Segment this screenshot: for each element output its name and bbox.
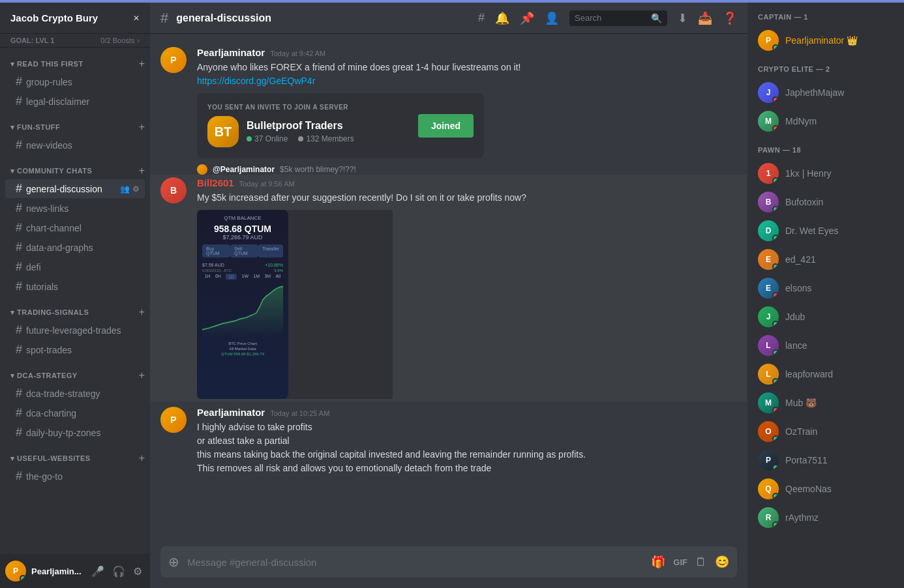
time-1w[interactable]: 1W	[242, 274, 249, 280]
microphone-button[interactable]: 🎤	[89, 563, 107, 580]
time-3m[interactable]: 3M	[264, 274, 271, 280]
avatar: J	[758, 306, 779, 327]
channel-item-general-discussion[interactable]: # general-discussion 👥 ⚙	[5, 179, 145, 198]
member-item[interactable]: O OzTrain	[753, 417, 899, 446]
add-channel-icon[interactable]: +	[139, 58, 145, 70]
channel-item-spot-trades[interactable]: # spot-trades	[5, 340, 145, 359]
time-1h[interactable]: 1H	[205, 274, 211, 280]
member-item[interactable]: L lance	[753, 331, 899, 360]
category-header[interactable]: ▾ READ THIS FIRST +	[0, 58, 150, 70]
headset-button[interactable]: 🎧	[110, 563, 128, 580]
channel-name: general-discussion	[26, 184, 116, 194]
member-name: lance	[785, 340, 807, 351]
member-item[interactable]: 1 1kx | Henry	[753, 159, 899, 188]
time-1d[interactable]: 1D	[226, 274, 237, 280]
messages-area: P Pearljaminator Today at 9:42 AM Anyone…	[150, 34, 747, 546]
boost-count: 0/2 Boosts ›	[100, 37, 140, 44]
add-channel-icon[interactable]: +	[139, 370, 145, 381]
hash-icon: #	[16, 426, 22, 439]
channel-name: the-go-to	[26, 471, 140, 482]
channel-item-future-leveraged-trades[interactable]: # future-leveraged-trades	[5, 321, 145, 340]
gif-icon[interactable]: GIF	[673, 557, 687, 567]
category-header[interactable]: ▾ FUN-STUFF +	[0, 121, 150, 133]
avatar: B	[758, 192, 779, 213]
avatar: L	[758, 364, 779, 385]
member-name: Bufotoxin	[785, 197, 823, 207]
channel-name: news-links	[26, 203, 140, 214]
sell-button[interactable]: Sell QTUM	[230, 244, 258, 257]
emoji-icon[interactable]: 😊	[715, 555, 729, 569]
channel-item-group-rules[interactable]: # group-rules	[5, 72, 145, 91]
avatar: E	[758, 278, 779, 299]
search-box[interactable]: 🔍	[569, 10, 667, 26]
notification-bell-icon[interactable]: 🔔	[495, 11, 509, 25]
time-all[interactable]: All	[275, 274, 280, 280]
price-chart-svg	[202, 285, 283, 337]
channel-item-defi[interactable]: # defi	[5, 257, 145, 276]
channel-item-daily-buy-tp-zones[interactable]: # daily-buy-tp-zones	[5, 423, 145, 442]
member-item[interactable]: Q QeemoNas	[753, 475, 899, 503]
channel-item-dca-charting[interactable]: # dca-charting	[5, 404, 145, 422]
channel-item-tutorials[interactable]: # tutorials	[5, 277, 145, 296]
boost-goal: GOAL: LVL 1	[10, 37, 54, 44]
download-icon[interactable]: ⬇	[678, 11, 687, 25]
add-channel-icon[interactable]: +	[139, 121, 145, 133]
discord-link[interactable]: https://discord.gg/GeEQwP4r	[197, 76, 315, 86]
member-item[interactable]: M Mub 🐻	[753, 389, 899, 417]
members-list-icon[interactable]: 👤	[545, 11, 559, 25]
channel-item-chart-channel[interactable]: # chart-channel	[5, 218, 145, 237]
channel-item-dca-trade-strategy[interactable]: # dca-trade-strategy	[5, 384, 145, 403]
channel-item-legal-disclaimer[interactable]: # legal-disclaimer	[5, 92, 145, 111]
member-item[interactable]: L leapforward	[753, 360, 899, 389]
channel-item-the-go-to[interactable]: # the-go-to	[5, 467, 145, 486]
member-item[interactable]: P Porta7511	[753, 446, 899, 475]
member-item[interactable]: M MdNym	[753, 107, 899, 136]
channel-item-new-videos[interactable]: # new-videos	[5, 136, 145, 154]
member-name: Dr. Wet Eyes	[785, 226, 838, 236]
category-useful-websites: ▾ USEFUL-WEBSITES + # the-go-to	[0, 452, 150, 486]
member-name: QeemoNas	[785, 484, 832, 494]
joined-button[interactable]: Joined	[418, 114, 474, 138]
add-channel-icon[interactable]: +	[139, 452, 145, 464]
inbox-icon[interactable]: 📥	[698, 11, 712, 25]
gift-icon[interactable]: 🎁	[651, 555, 665, 569]
status-dot	[772, 493, 779, 499]
add-channel-icon[interactable]: +	[139, 165, 145, 177]
time-1m[interactable]: 1M	[253, 274, 260, 280]
member-item[interactable]: J JaphethMajaw	[753, 78, 899, 107]
message-input[interactable]	[187, 549, 643, 576]
member-item[interactable]: E elsons	[753, 274, 899, 302]
sticker-icon[interactable]: 🗒	[695, 555, 707, 569]
main-content: # general-discussion # 🔔 📌 👤 🔍 ⬇ 📥 ❓ P	[150, 3, 747, 588]
member-item[interactable]: J Jdub	[753, 302, 899, 331]
member-item[interactable]: B Bufotoxin	[753, 188, 899, 216]
search-input[interactable]	[575, 13, 646, 23]
message-author[interactable]: Pearljaminator	[197, 47, 265, 58]
help-icon[interactable]: ❓	[723, 11, 737, 25]
category-header[interactable]: ▾ USEFUL-WEBSITES +	[0, 452, 150, 464]
add-channel-icon[interactable]: +	[139, 306, 145, 318]
pin-icon[interactable]: 📌	[520, 11, 534, 25]
settings-button[interactable]: ⚙	[130, 563, 145, 580]
channel-item-news-links[interactable]: # news-links	[5, 199, 145, 218]
server-header[interactable]: Jacob Crypto Bury ✕	[0, 3, 150, 34]
channel-item-data-and-graphs[interactable]: # data-and-graphs	[5, 238, 145, 257]
member-item[interactable]: D Dr. Wet Eyes	[753, 216, 899, 245]
member-item[interactable]: P Pearljaminator 👑	[753, 26, 899, 55]
members-category-title: CAPTAIN — 1	[753, 13, 899, 21]
message-author[interactable]: Pearljaminator	[197, 407, 265, 418]
member-item[interactable]: E ed_421	[753, 245, 899, 274]
username: Pearljamin...	[31, 566, 83, 576]
category-header[interactable]: ▾ DCA-STRATEGY +	[0, 370, 150, 381]
hashtag-header-icon[interactable]: #	[478, 11, 485, 25]
channel-icons: 👥 ⚙	[120, 184, 140, 194]
transfer-button[interactable]: Transfer	[258, 244, 283, 257]
member-item[interactable]: R rAythmz	[753, 503, 899, 532]
time-6h[interactable]: 6H	[215, 274, 221, 280]
buy-button[interactable]: Buy QTUM	[202, 244, 230, 257]
message-author[interactable]: Bill2601	[197, 177, 234, 188]
settings-icon[interactable]: ⚙	[132, 184, 140, 194]
category-header[interactable]: ▾ COMMUNITY CHATS +	[0, 165, 150, 177]
category-header[interactable]: ▾ TRADING-SIGNALS +	[0, 306, 150, 318]
add-attachment-button[interactable]: ⊕	[168, 546, 179, 578]
